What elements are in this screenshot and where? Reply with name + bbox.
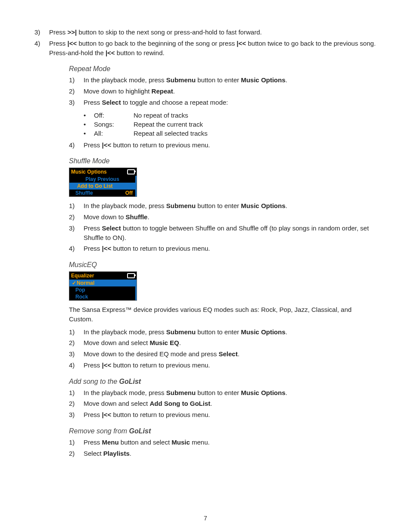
device-titlebar: Equalizer: [69, 272, 137, 280]
list-item: 1)In the playback mode, press Submenu bu…: [69, 327, 377, 337]
shuffle-mode-heading: Shuffle Mode: [69, 157, 377, 165]
list-item: 4)Press |<< button to return to previous…: [69, 361, 377, 370]
arrow-right-icon: ►: [128, 281, 133, 286]
equalizer-screenshot: Equalizer ✓Normal ► Pop Rock: [69, 271, 137, 301]
prev-button-symbol: |<<: [68, 40, 77, 47]
nav-controls-list: 3) Press >>| button to skip to the next …: [34, 28, 377, 57]
prev-button-symbol: |<<: [237, 40, 246, 47]
device-row: Play Previous: [69, 176, 137, 183]
remove-song-steps: 1)Press Menu button and select Music men…: [69, 438, 377, 458]
musiceq-heading: MusicEQ: [69, 261, 377, 269]
device-row-selected: ◄Add to Go List ►: [69, 183, 137, 190]
bullet-icon: •: [84, 112, 89, 119]
add-song-heading: Add song to the GoList: [69, 378, 377, 386]
list-item: 1)Press Menu button and select Music men…: [69, 438, 377, 447]
list-item: 3)Press Select button to toggle between …: [69, 224, 377, 243]
nav-step-3: 3) Press >>| button to skip to the next …: [34, 28, 377, 37]
remove-song-heading: Remove song from GoList: [69, 427, 377, 435]
list-item: 4)Press |<< button to return to previous…: [69, 244, 377, 253]
bullet-item: •All:Repeat all selected tracks: [84, 130, 377, 137]
repeat-steps: 1)In the playback mode, press Submenu bu…: [69, 75, 377, 107]
device-title: Music Options: [71, 169, 107, 175]
list-item: 1)In the playback mode, press Submenu bu…: [69, 201, 377, 211]
device-row-selected: ✓Normal ►: [69, 280, 137, 286]
device-title: Equalizer: [71, 273, 94, 279]
list-item: 2)Move down and select Music EQ.: [69, 338, 377, 348]
list-item: 2)Select Playlists.: [69, 449, 377, 458]
bullet-icon: •: [84, 130, 89, 137]
check-icon: ✓: [72, 280, 76, 286]
page-number: 7: [204, 515, 207, 522]
bullet-item: •Off:No repeat of tracks: [84, 112, 377, 119]
next-button-symbol: >>|: [68, 28, 77, 36]
list-item: 2)Move down to highlight Repeat.: [69, 87, 377, 96]
battery-icon: [127, 273, 135, 278]
list-item: 3)Press |<< button to return to previous…: [69, 410, 377, 420]
list-item: 1)In the playback mode, press Submenu bu…: [69, 388, 377, 398]
device-row: Rock: [69, 293, 137, 300]
shuffle-screenshot: Music Options Play Previous ◄Add to Go L…: [69, 168, 137, 197]
arrow-right-icon: ►: [128, 184, 133, 189]
manual-page: 3) Press >>| button to skip to the next …: [0, 0, 411, 532]
step-number: 3): [34, 28, 47, 37]
repeat-steps-cont: 4)Press |<< button to return to previous…: [69, 140, 377, 150]
battery-icon: [127, 169, 135, 174]
off-label: Off: [125, 190, 133, 196]
list-item: 2)Move down and select Add Song to GoLis…: [69, 399, 377, 408]
musiceq-steps: 1)In the playback mode, press Submenu bu…: [69, 327, 377, 370]
list-item: 3)Press Select to toggle and choose a re…: [69, 98, 377, 107]
add-song-steps: 1)In the playback mode, press Submenu bu…: [69, 388, 377, 420]
list-item: 3)Move down to the desired EQ mode and p…: [69, 349, 377, 359]
list-item: 4)Press |<< button to return to previous…: [69, 140, 377, 150]
list-item: 2)Move down to Shuffle.: [69, 212, 377, 222]
prev-button-symbol: |<<: [106, 49, 115, 56]
device-titlebar: Music Options: [69, 168, 137, 176]
repeat-options: •Off:No repeat of tracks •Songs:Repeat t…: [69, 112, 377, 137]
list-item: 1)In the playback mode, press Submenu bu…: [69, 75, 377, 85]
device-row: Shuffle Off: [69, 190, 137, 196]
musiceq-intro: The Sansa Express™ device provides vario…: [69, 305, 377, 324]
step-number: 4): [34, 39, 47, 48]
bullet-item: •Songs:Repeat the current track: [84, 121, 377, 128]
shuffle-steps: 1)In the playback mode, press Submenu bu…: [69, 201, 377, 253]
repeat-mode-heading: Repeat Mode: [69, 65, 377, 73]
bullet-icon: •: [84, 121, 89, 128]
device-row: Pop: [69, 286, 137, 293]
arrow-left-icon: ◄: [72, 184, 76, 189]
nav-step-4: 4) Press |<< button to go back to the be…: [34, 39, 377, 58]
